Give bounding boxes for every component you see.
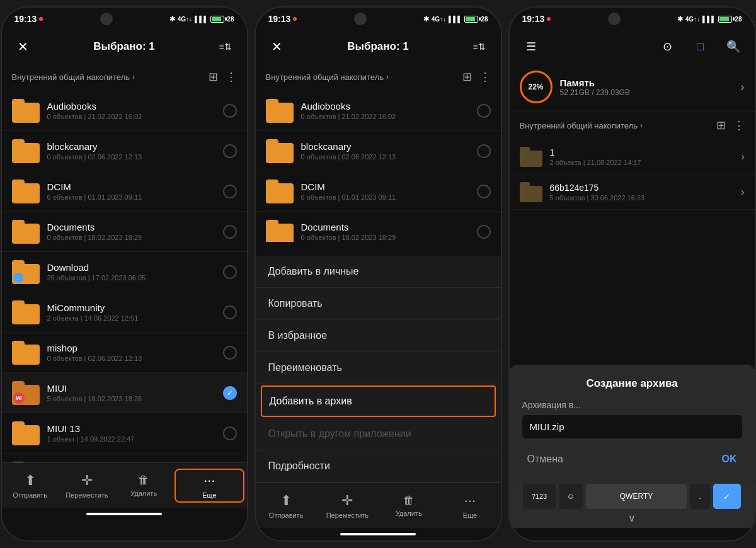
folder-icon-66b-3 — [520, 182, 542, 202]
kb-period[interactable]: . — [690, 484, 710, 509]
folder-icon-miui13-1 — [12, 421, 40, 445]
context-menu-2: Добавить в личные Копировать В избранное… — [256, 256, 501, 540]
more-button-2[interactable]: ··· Еще — [439, 493, 500, 519]
file-info-dcim-1: DCIM 6 объектов | 01.01.2023 09:11 — [47, 181, 215, 201]
menu-rename[interactable]: Переименовать — [256, 352, 501, 384]
grid-icon-1[interactable]: ⊞ — [209, 70, 218, 84]
history-button-3[interactable]: ⊙ — [656, 35, 679, 58]
menu-favorites[interactable]: В избранное — [256, 320, 501, 352]
breadcrumb-path-3[interactable]: Внутренний общий накопитель › — [520, 121, 643, 130]
file-info-66b-3: 66b124e175 5 объектов | 30.06.2022 16:23 — [550, 183, 734, 202]
file-item-miui13-1[interactable]: MIUI 13 1 объект | 14.09.2022 22:47 — [2, 413, 247, 454]
move-button-1[interactable]: ✛ Переместить — [59, 472, 115, 499]
search-button-3[interactable]: 🔍 — [722, 35, 745, 58]
check-miui-1[interactable]: ✓ — [223, 386, 237, 400]
menu-button-3[interactable]: ☰ — [520, 35, 542, 58]
file-info-documents-1: Documents 0 объектов | 18.02.2023 18:29 — [47, 222, 215, 241]
kb-123[interactable]: ?123 — [523, 484, 556, 509]
check-documents-1[interactable] — [223, 225, 237, 239]
selected-title-1: Выбрано: 1 — [35, 40, 214, 53]
status-bar-3: 19:13 ✱ 4G↑↓ ▌▌▌ 28 — [510, 8, 755, 30]
file-item-download-1[interactable]: ↓ Download 29 объектов | 17.02.2023 06:0… — [2, 252, 247, 292]
file-item-dcim-2[interactable]: DCIM 6 объектов | 01.01.2023 09:11 — [256, 171, 501, 212]
file-item-audiobooks-1[interactable]: Audiobooks 0 объектов | 21.02.2022 16:02 — [2, 91, 247, 131]
check-miui13-1[interactable] — [223, 426, 237, 440]
memory-info-3: Память 52.21GB / 239.03GB — [560, 77, 733, 97]
file-item-miui-1[interactable]: MI MIUI 5 объектов | 18.02.2023 18:26 ✓ — [2, 373, 247, 413]
kb-chevron-3: ∨ — [512, 512, 752, 524]
folder-icon-miui-1: MI — [12, 381, 40, 405]
folder-icon-download-1: ↓ — [12, 260, 40, 284]
more-icon-3[interactable]: ⋮ — [733, 118, 745, 132]
file-item-1-3[interactable]: 1 2 объекта | 21.08.2022 14:17 › — [510, 139, 755, 174]
more-button-1[interactable]: ··· Еще — [175, 469, 244, 503]
check-docs-2[interactable] — [477, 225, 491, 239]
folder-button-3[interactable]: □ — [689, 35, 712, 58]
more-icon-1[interactable]: ⋮ — [226, 70, 237, 84]
ok-button-3[interactable]: OK — [717, 448, 742, 470]
folder-icon-dcim-2 — [266, 180, 294, 203]
menu-details[interactable]: Подробности — [256, 450, 501, 482]
close-button-2[interactable]: ✕ — [266, 35, 289, 58]
check-micommunity-1[interactable] — [223, 305, 237, 319]
menu-copy[interactable]: Копировать — [256, 288, 501, 320]
check-ab-2[interactable] — [477, 104, 491, 118]
file-item-movies-1[interactable]: Movies 1 объект | 06.06.2022 19:38 — [2, 454, 247, 462]
cancel-button-3[interactable]: Отмена — [522, 448, 568, 470]
delete-button-2[interactable]: 🗑 Удалить — [378, 494, 439, 517]
miui-badge-1: MI — [13, 392, 25, 404]
grid-icon-3[interactable]: ⊞ — [716, 118, 726, 132]
check-audiobooks-1[interactable] — [223, 104, 237, 118]
kb-emoji[interactable]: ☺ — [559, 484, 583, 509]
archive-name-input[interactable] — [522, 415, 742, 438]
filter-button-2[interactable]: ≡⇅ — [468, 35, 491, 58]
file-item-audiobooks-2[interactable]: Audiobooks 0 объектов | 21.02.2022 16:02 — [256, 91, 501, 131]
move-button-2[interactable]: ✛ Переместить — [317, 493, 378, 519]
breadcrumb-path-1[interactable]: Внутренний общий накопитель › — [12, 72, 135, 82]
dialog-buttons-3: Отмена OK — [522, 448, 742, 470]
check-bc-2[interactable] — [477, 144, 491, 158]
file-item-documents-1[interactable]: Documents 0 объектов | 18.02.2023 18:29 — [2, 212, 247, 252]
menu-archive[interactable]: Добавить в архив — [261, 385, 496, 417]
folder-icon-dcim-1 — [12, 180, 40, 203]
file-list-3: 1 2 объекта | 21.08.2022 14:17 › 66b124e… — [510, 139, 755, 221]
filter-button-1[interactable]: ≡⇅ — [214, 35, 237, 58]
signal-bars-2: ▌▌▌ — [449, 16, 462, 23]
send-icon-2: ⬆ — [280, 493, 292, 509]
status-icons-2: ✱ 4G↑↓ ▌▌▌ 28 — [423, 15, 488, 23]
file-item-blockcanary-1[interactable]: blockcanary 0 объектов | 02.06.2022 12:1… — [2, 131, 247, 171]
bottom-toolbar-1: ⬆ Отправить ✛ Переместить 🗑 Удалить ··· … — [2, 462, 247, 508]
file-info-download-1: Download 29 объектов | 17.02.2023 06:05 — [47, 262, 215, 282]
file-item-micommunity-1[interactable]: MiCommunity 2 объекта | 14.06.2022 12:51 — [2, 292, 247, 333]
file-item-dcim-1[interactable]: DCIM 6 объектов | 01.01.2023 09:11 — [2, 171, 247, 212]
more-icon-2[interactable]: ⋮ — [479, 70, 491, 84]
file-item-documents-2[interactable]: Documents 0 объектов | 18.02.2023 18:29 — [256, 212, 501, 242]
partial-file-list-2: Audiobooks 0 объектов | 21.02.2022 16:02… — [256, 91, 501, 242]
check-download-1[interactable] — [223, 265, 237, 279]
bluetooth-icon-3: ✱ — [677, 15, 683, 23]
file-item-66b-3[interactable]: 66b124e175 5 объектов | 30.06.2022 16:23… — [510, 174, 755, 210]
home-indicator-1 — [2, 508, 247, 520]
send-button-2[interactable]: ⬆ Отправить — [256, 493, 317, 519]
check-dcim-2[interactable] — [477, 185, 491, 198]
grid-icon-2[interactable]: ⊞ — [462, 70, 472, 84]
breadcrumb-path-2[interactable]: Внутренний общий накопитель › — [266, 72, 389, 82]
delete-button-1[interactable]: 🗑 Удалить — [115, 474, 172, 497]
file-item-blockcanary-2[interactable]: blockcanary 0 объектов | 02.06.2022 12:1… — [256, 131, 501, 171]
close-button-1[interactable]: ✕ — [12, 35, 35, 58]
send-button-1[interactable]: ⬆ Отправить — [2, 472, 59, 499]
bluetooth-icon-2: ✱ — [423, 15, 429, 23]
kb-space[interactable]: QWERTY — [586, 484, 687, 509]
file-info-miui13-1: MIUI 13 1 объект | 14.09.2022 22:47 — [47, 423, 215, 443]
kb-confirm[interactable]: ✓ — [713, 484, 741, 509]
move-icon-2: ✛ — [341, 493, 353, 509]
menu-add-personal[interactable]: Добавить в личные — [256, 256, 501, 288]
check-mishop-1[interactable] — [223, 346, 237, 360]
breadcrumb-2: Внутренний общий накопитель › ⊞ ⋮ — [256, 63, 501, 91]
check-blockcanary-1[interactable] — [223, 144, 237, 158]
file-info-mishop-1: mishop 0 объектов | 02.06.2022 12:13 — [47, 343, 215, 362]
check-dcim-1[interactable] — [223, 185, 237, 198]
folder-icon-docs-2 — [266, 220, 294, 243]
memory-section-3[interactable]: 22% Память 52.21GB / 239.03GB › — [510, 63, 755, 111]
file-item-mishop-1[interactable]: mishop 0 объектов | 02.06.2022 12:13 — [2, 333, 247, 373]
